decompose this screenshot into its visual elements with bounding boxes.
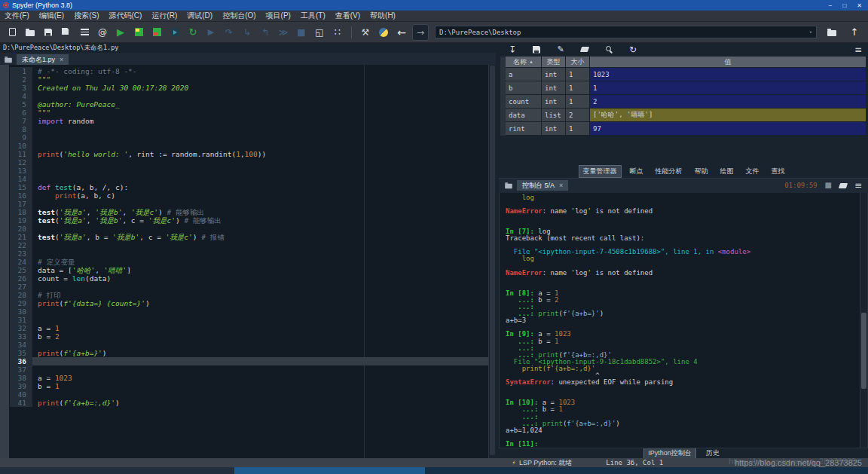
- column-header[interactable]: 类型: [542, 57, 566, 68]
- spyder-logo-icon: [3, 2, 9, 8]
- tab-history[interactable]: 历史: [702, 448, 723, 459]
- run-file-button[interactable]: ▶: [113, 24, 128, 41]
- tab-find[interactable]: 查找: [768, 166, 789, 177]
- maximize-pane-button[interactable]: ◱: [312, 24, 327, 41]
- clear-console-icon[interactable]: [839, 183, 848, 188]
- menu-file[interactable]: 文件(F): [5, 11, 29, 21]
- menu-edit[interactable]: 编辑(E): [39, 11, 64, 21]
- working-directory-combo[interactable]: D:\PurePeace\Desktop ▾: [435, 26, 817, 38]
- editor-line: 20: [10, 225, 496, 233]
- minimize-button[interactable]: −: [829, 2, 833, 9]
- windows-taskbar[interactable]: [0, 467, 868, 474]
- preferences-wrench-button[interactable]: ⚒: [358, 24, 373, 41]
- open-file-button[interactable]: [23, 24, 38, 41]
- variable-explorer: ↧✎↻≡ 名称▲类型大小值 aint11023bint11countint12d…: [499, 43, 868, 178]
- variable-row[interactable]: bint11: [500, 81, 866, 95]
- menu-help[interactable]: 帮助(H): [370, 11, 396, 21]
- close-console-tab-icon[interactable]: ×: [559, 182, 563, 189]
- maximize-button[interactable]: □: [842, 2, 846, 9]
- menu-projects[interactable]: 项目(P): [266, 11, 291, 21]
- console-scrollbar[interactable]: [860, 193, 867, 448]
- ipython-console[interactable]: log NameError: name 'log' is not defined…: [499, 193, 868, 448]
- console-tab[interactable]: 控制台 5/A ×: [517, 180, 568, 191]
- variable-row[interactable]: rintint197: [500, 122, 866, 136]
- column-header[interactable]: 值: [590, 57, 866, 68]
- close-tab-icon[interactable]: ×: [60, 56, 63, 63]
- tab-files[interactable]: 文件: [742, 166, 763, 177]
- menu-run[interactable]: 运行(R): [151, 11, 177, 21]
- working-directory-value: D:\PurePeace\Desktop: [439, 29, 521, 36]
- menu-tools[interactable]: 工具(T): [301, 11, 326, 21]
- menu-debug[interactable]: 调试(D): [187, 11, 212, 21]
- edit-data-button[interactable]: ✎: [553, 41, 568, 58]
- refresh-variables-button[interactable]: ↻: [625, 41, 640, 58]
- fullscreen-icon: ∷: [335, 27, 341, 37]
- rerun-cell-button[interactable]: ↻: [185, 24, 200, 41]
- console-line: log: [506, 194, 867, 201]
- editor-line: 13: [10, 167, 496, 175]
- close-button[interactable]: ✕: [857, 2, 862, 9]
- console-options-icon[interactable]: ≡: [854, 181, 862, 190]
- interrupt-kernel-icon[interactable]: ■: [824, 182, 831, 189]
- menu-consoles[interactable]: 控制台(O): [222, 11, 255, 21]
- browse-console-tabs-icon[interactable]: [502, 180, 515, 191]
- debug-step-out-button[interactable]: ↰: [258, 24, 273, 41]
- pythonpath-button[interactable]: [376, 24, 391, 41]
- up-dir-icon: ↑: [851, 27, 859, 37]
- browse-workdir-button[interactable]: [824, 24, 839, 41]
- debug-step-button[interactable]: ↷: [222, 24, 237, 41]
- editor-pane: D:\PurePeace\Desktop\未命名1.py 未命名1.py × 1…: [0, 43, 496, 458]
- window-title: Spyder (Python 3.8): [12, 2, 72, 9]
- tab-plots[interactable]: 绘图: [717, 166, 738, 177]
- import-data-button[interactable]: ↧: [505, 41, 520, 58]
- tab-variable-explorer[interactable]: 变量管理器: [579, 165, 622, 178]
- remove-data-button[interactable]: [577, 41, 592, 58]
- debug-file-icon: ▶: [208, 28, 214, 36]
- console-line: ...: b = 1: [506, 406, 867, 413]
- tab-breakpoints[interactable]: 断点: [626, 166, 647, 177]
- tab-profiler[interactable]: 性能分析: [652, 166, 686, 177]
- run-file-icon: ▶: [117, 27, 124, 37]
- save-data-button[interactable]: [529, 41, 544, 58]
- file-switcher-button[interactable]: [77, 24, 92, 41]
- run-cell-advance-button[interactable]: [149, 24, 164, 41]
- variable-explorer-toolbar: ↧✎↻≡: [499, 43, 868, 56]
- console-line: NameError: name 'log' is not defined: [506, 270, 867, 277]
- new-file-button[interactable]: [5, 24, 20, 41]
- run-cell-button[interactable]: [131, 24, 146, 41]
- search-variable-button[interactable]: [601, 41, 616, 58]
- open-file-icon: [26, 30, 35, 36]
- run-selection-button[interactable]: [167, 24, 182, 41]
- variable-row[interactable]: datalist2['哈哈', '嘻嘻']: [500, 109, 866, 122]
- debug-file-button[interactable]: ▶: [203, 24, 219, 41]
- fullscreen-button[interactable]: ∷: [330, 24, 345, 41]
- editor-line: 25data = ['哈哈', '嘻嘻']: [10, 266, 496, 274]
- menu-view[interactable]: 查看(V): [335, 11, 360, 21]
- up-dir-button[interactable]: ↑: [847, 24, 862, 41]
- code-editor[interactable]: 1# -*- coding: utf-8 -*-2"""3Created on …: [0, 65, 496, 458]
- stop-debug-button[interactable]: ■: [294, 24, 309, 41]
- forward-arrow-button[interactable]: →: [412, 24, 429, 41]
- editor-scrollbar[interactable]: [488, 65, 496, 458]
- variable-table[interactable]: 名称▲类型大小值 aint11023bint11countint12datali…: [500, 57, 866, 166]
- menu-source[interactable]: 源代码(C): [108, 11, 142, 21]
- console-line: NameError: name 'log' is not defined: [506, 208, 867, 215]
- column-header[interactable]: 大小: [566, 57, 590, 68]
- editor-line: 40: [10, 390, 496, 399]
- editor-line: 3Created on Thu Jul 30 00:17:28 2020: [10, 84, 496, 92]
- column-header[interactable]: 名称▲: [506, 57, 542, 68]
- debug-step-in-button[interactable]: ↳: [240, 24, 255, 41]
- editor-tab[interactable]: 未命名1.py ×: [17, 54, 69, 65]
- browse-tabs-icon[interactable]: [2, 54, 15, 65]
- symbol-finder-button[interactable]: @: [95, 24, 110, 41]
- back-arrow-button[interactable]: ←: [394, 24, 409, 41]
- variable-options-icon[interactable]: ≡: [854, 45, 862, 54]
- variable-row[interactable]: countint12: [500, 95, 866, 109]
- debug-continue-button[interactable]: ≫: [276, 24, 291, 41]
- save-all-button[interactable]: [59, 24, 74, 41]
- save-button[interactable]: [41, 24, 56, 41]
- variable-row[interactable]: aint11023: [500, 68, 866, 81]
- menu-search[interactable]: 搜索(S): [74, 11, 99, 21]
- debug-step-icon: ↷: [225, 28, 233, 37]
- tab-help[interactable]: 帮助: [691, 166, 712, 177]
